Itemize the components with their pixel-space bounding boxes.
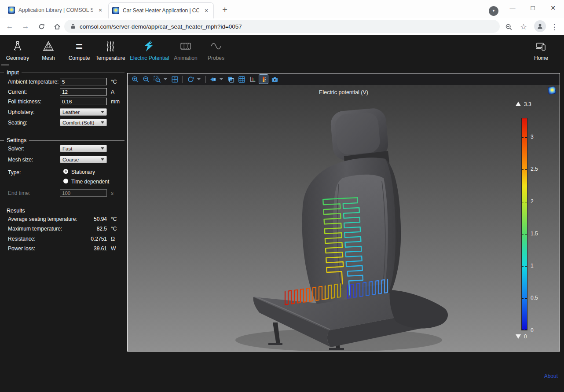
tab-close-icon[interactable]: ✕	[97, 7, 104, 14]
browser-menu-kebab-icon[interactable]: ⋮	[549, 22, 560, 32]
home-icon[interactable]	[52, 21, 62, 32]
legend-max-value: 3.3	[524, 101, 531, 107]
grid-button[interactable]	[237, 75, 246, 84]
ribbon-label: Compute	[65, 55, 93, 61]
browser-chrome: Application Library | COMSOL Se ✕ Car Se…	[0, 0, 564, 35]
forward-icon[interactable]: →	[20, 21, 31, 32]
ribbon-probes-button[interactable]: Probes	[202, 38, 230, 61]
window-close-button[interactable]: ✕	[546, 3, 560, 13]
film-strip-icon	[172, 38, 200, 52]
result-value: 39.61	[59, 245, 107, 252]
car-seat-3d-model	[128, 85, 560, 351]
window-maximize-button[interactable]: □	[526, 3, 539, 13]
ribbon-temperature-button[interactable]: Temperature	[95, 38, 126, 61]
field-label: End time:	[8, 190, 30, 196]
legend-tick-label: 0	[531, 327, 534, 333]
ribbon-animation-button[interactable]: Animation	[172, 38, 200, 61]
field-label: Current:	[8, 89, 27, 95]
screenshot-root: { "colors": {"accent_cyan":"#35c3ea","to…	[0, 0, 564, 392]
snapshot-camera-button[interactable]	[270, 75, 279, 84]
ribbon-label: Home	[527, 55, 555, 61]
address-bar-row: ← → comsol.com/server-demo/app/car_seat_…	[0, 18, 564, 35]
current-input[interactable]: 12	[60, 88, 107, 95]
ribbon-electric-potential-button[interactable]: Electric Potential	[130, 38, 168, 61]
rotate-button[interactable]	[186, 75, 195, 84]
parameters-sidebar: Input Ambient temperature: 5 °C Current:…	[0, 67, 127, 392]
zoom-box-button[interactable]	[153, 75, 161, 84]
scrollbar-dash	[1, 64, 9, 66]
chevron-down-icon[interactable]	[197, 78, 201, 80]
zoom-out-button[interactable]	[142, 75, 150, 84]
ribbon-compute-button[interactable]: = Compute	[65, 38, 93, 61]
reload-icon[interactable]	[36, 21, 47, 32]
zoom-out-page-icon[interactable]	[503, 22, 514, 32]
color-legend-button[interactable]	[259, 75, 268, 84]
chevron-down-icon	[101, 158, 104, 161]
field-label: Seating:	[8, 120, 27, 126]
ribbon-mesh-button[interactable]: Mesh	[34, 38, 62, 61]
bookmark-star-icon[interactable]: ☆	[518, 22, 529, 32]
ribbon-home-button[interactable]: Home	[527, 38, 555, 61]
ribbon-geometry-button[interactable]: Geometry	[4, 38, 32, 61]
result-value: 82.5	[59, 226, 107, 232]
radio-label: Time dependent	[71, 179, 109, 185]
address-bar[interactable]: comsol.com/server-demo/app/car_seat_heat…	[64, 20, 500, 33]
results-section-header: Results	[0, 208, 125, 214]
profile-avatar[interactable]	[534, 20, 546, 32]
tab-strip: Application Library | COMSOL Se ✕ Car Se…	[0, 0, 564, 18]
field-unit: mm	[111, 99, 120, 105]
sine-wave-icon	[202, 38, 230, 52]
back-icon[interactable]: ←	[4, 21, 15, 32]
lock-icon	[70, 23, 76, 29]
tab-application-library[interactable]: Application Library | COMSOL Se ✕	[4, 3, 107, 18]
compute-equals-icon: =	[65, 38, 93, 52]
foil-thickness-input[interactable]: 0.16	[60, 98, 107, 105]
plot-canvas[interactable]: Electric potential (V) 3.3 3 2.5 2 1.5 1…	[128, 85, 560, 351]
radio-label: Stationary	[71, 169, 95, 175]
lightning-bolt-icon	[130, 38, 168, 52]
mesh-size-select[interactable]: Coarse	[60, 156, 107, 163]
legend-tick-label: 2.5	[531, 166, 538, 172]
field-unit: °C	[111, 79, 117, 85]
result-label: Power loss:	[8, 245, 35, 252]
time-dependent-radio[interactable]	[63, 179, 68, 183]
temperature-waves-icon	[95, 38, 126, 52]
new-tab-button[interactable]: +	[219, 4, 231, 16]
scene-light-button[interactable]	[209, 75, 217, 84]
ribbon-label: Probes	[202, 55, 230, 61]
chevron-down-icon[interactable]	[164, 78, 167, 80]
ambient-temperature-input[interactable]: 5	[60, 78, 107, 85]
comsol-favicon	[112, 7, 119, 14]
chevron-down-icon	[101, 121, 104, 124]
seating-select[interactable]: Comfort (Soft)	[60, 119, 107, 126]
zoom-in-button[interactable]	[131, 75, 139, 84]
upholstery-select[interactable]: Leather	[60, 108, 107, 116]
legend-tick-label: 1.5	[531, 231, 538, 237]
graphics-toolbar	[128, 73, 560, 85]
comsol-logo-icon	[548, 86, 556, 95]
plot-title: Electric potential (V)	[128, 89, 560, 95]
field-unit: s	[111, 190, 114, 196]
ribbon-label: Geometry	[4, 55, 32, 61]
ribbon-label: Temperature	[95, 55, 126, 61]
chevron-down-icon[interactable]	[220, 78, 223, 80]
tab-close-icon[interactable]: ✕	[203, 7, 210, 14]
graphics-panel: Electric potential (V) 3.3 3 2.5 2 1.5 1…	[127, 73, 560, 352]
devices-home-icon	[527, 38, 555, 52]
solver-select[interactable]: Fast	[60, 145, 107, 152]
ribbon-label: Mesh	[34, 55, 62, 61]
field-label: Mesh size:	[8, 157, 33, 163]
mesh-icon	[34, 38, 62, 52]
field-label: Solver:	[8, 146, 24, 152]
tab-car-seat-heater[interactable]: Car Seat Heater Application | CO ✕	[108, 2, 214, 18]
tab-title: Car Seat Heater Application | CO	[123, 7, 199, 14]
result-label: Resistance:	[8, 236, 36, 242]
zoom-extents-button[interactable]	[170, 75, 179, 84]
browser-menu-chevron-icon[interactable]: ▼	[489, 6, 498, 16]
about-link[interactable]: About	[544, 373, 558, 379]
stationary-radio[interactable]	[63, 169, 68, 174]
transparency-button[interactable]	[226, 75, 235, 84]
show-axes-button[interactable]	[248, 75, 257, 84]
window-minimize-button[interactable]: —	[506, 3, 519, 13]
ribbon-label: Animation	[172, 55, 200, 61]
